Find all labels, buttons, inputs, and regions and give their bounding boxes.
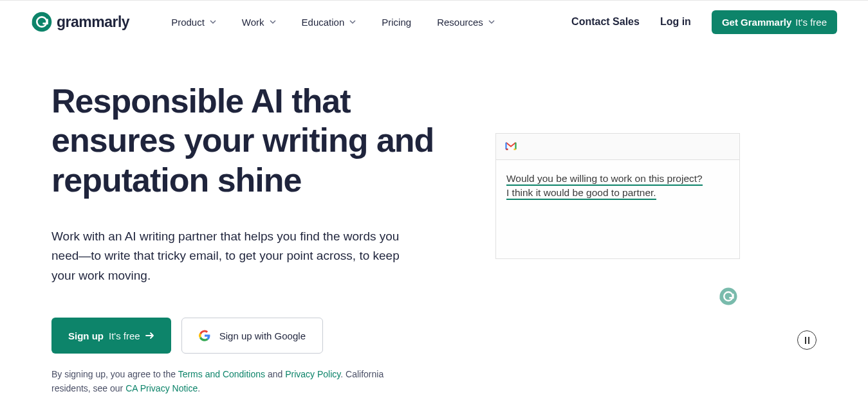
- legal-suffix: .: [198, 383, 200, 393]
- brand-logo[interactable]: grammarly: [31, 11, 129, 33]
- email-line-2: I think it would be good to partner.: [506, 187, 656, 200]
- hero-subtitle: Work with an AI writing partner that hel…: [51, 227, 415, 285]
- hero-content: Responsible AI that ensures your writing…: [51, 82, 463, 396]
- grammarly-badge-icon: [719, 287, 738, 306]
- email-text: Would you be willing to work on this pro…: [506, 172, 729, 201]
- hero-section: Responsible AI that ensures your writing…: [0, 43, 868, 396]
- nav-item-product[interactable]: Product: [171, 17, 216, 28]
- hero-buttons: Sign up It's free Sign up with Google: [51, 318, 463, 354]
- nav-item-education[interactable]: Education: [302, 17, 356, 28]
- email-line-1: Would you be willing to work on this pro…: [506, 173, 703, 186]
- email-mockup: Would you be willing to work on this pro…: [495, 133, 740, 259]
- nav-label: Product: [171, 17, 205, 28]
- chevron-down-icon: [488, 19, 495, 25]
- email-body: Would you be willing to work on this pro…: [496, 160, 739, 258]
- signup-sub-label: It's free: [109, 330, 140, 341]
- chevron-down-icon: [210, 19, 216, 25]
- chevron-down-icon: [349, 19, 356, 25]
- header-right: Contact Sales Log in Get Grammarly It's …: [571, 10, 837, 34]
- nav-label: Resources: [437, 17, 483, 28]
- main-header: grammarly Product Work Education Pricing…: [0, 1, 868, 43]
- primary-nav: Product Work Education Pricing Resources: [171, 17, 495, 28]
- gmail-icon: [505, 141, 517, 150]
- legal-prefix: By signing up, you agree to the: [51, 369, 178, 379]
- signup-google-button[interactable]: Sign up with Google: [181, 318, 323, 354]
- terms-link[interactable]: Terms and Conditions: [178, 369, 265, 379]
- chevron-down-icon: [270, 19, 276, 25]
- nav-item-work[interactable]: Work: [242, 17, 276, 28]
- login-link[interactable]: Log in: [660, 16, 691, 28]
- cta-sub-label: It's free: [795, 17, 827, 28]
- nav-label: Pricing: [382, 17, 411, 28]
- pause-icon: [805, 337, 809, 344]
- nav-label: Education: [302, 17, 345, 28]
- arrow-right-icon: [145, 332, 154, 339]
- contact-sales-link[interactable]: Contact Sales: [571, 16, 640, 28]
- cta-main-label: Get Grammarly: [722, 17, 791, 28]
- ca-privacy-link[interactable]: CA Privacy Notice: [125, 383, 198, 393]
- get-grammarly-button[interactable]: Get Grammarly It's free: [712, 10, 837, 34]
- grammarly-logo-icon: [31, 11, 53, 33]
- hero-title: Responsible AI that ensures your writing…: [51, 82, 463, 200]
- email-header: [496, 134, 739, 160]
- nav-label: Work: [242, 17, 264, 28]
- nav-item-resources[interactable]: Resources: [437, 17, 495, 28]
- nav-item-pricing[interactable]: Pricing: [382, 17, 411, 28]
- legal-and: and: [265, 369, 285, 379]
- pause-animation-button[interactable]: [797, 330, 817, 350]
- google-button-label: Sign up with Google: [219, 330, 306, 341]
- legal-text: By signing up, you agree to the Terms an…: [51, 368, 425, 395]
- brand-name: grammarly: [57, 14, 129, 31]
- google-icon: [199, 330, 210, 341]
- grammarly-badge: [719, 287, 738, 309]
- signup-main-label: Sign up: [68, 330, 104, 341]
- privacy-link[interactable]: Privacy Policy: [285, 369, 340, 379]
- signup-button[interactable]: Sign up It's free: [51, 318, 171, 354]
- hero-demo: Would you be willing to work on this pro…: [495, 82, 817, 396]
